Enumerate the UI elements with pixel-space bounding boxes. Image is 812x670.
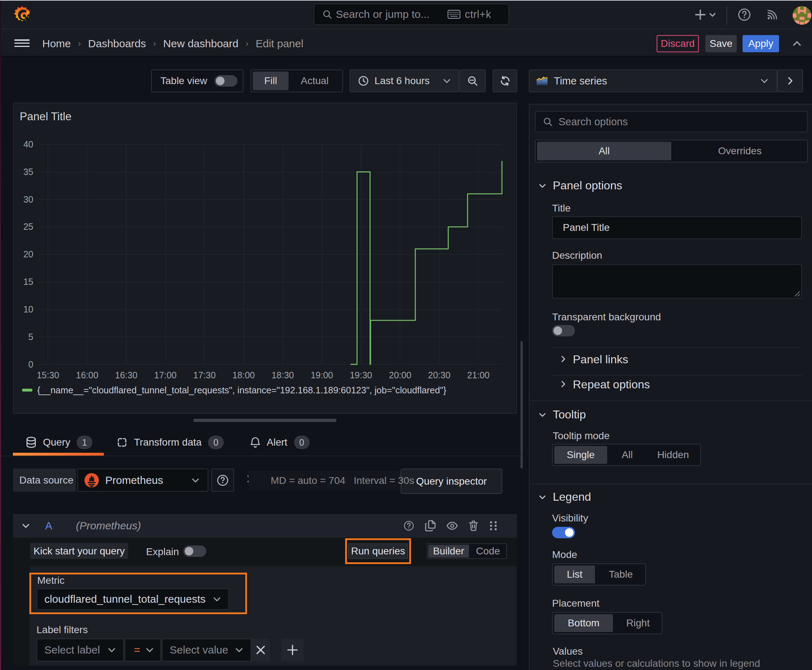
svg-text:25: 25 [23,222,33,232]
svg-text:35: 35 [23,167,33,177]
svg-text:18:00: 18:00 [232,370,255,380]
svg-text:20:00: 20:00 [389,370,411,380]
svg-text:15: 15 [23,277,33,287]
svg-text:19:30: 19:30 [350,370,372,380]
svg-text:19:00: 19:00 [311,370,333,380]
svg-text:20: 20 [23,249,33,259]
svg-text:40: 40 [23,139,33,149]
svg-text:18:30: 18:30 [271,370,294,380]
svg-text:17:30: 17:30 [193,370,216,380]
svg-text:5: 5 [28,332,33,342]
svg-text:16:00: 16:00 [76,370,98,380]
svg-text:17:00: 17:00 [154,370,177,380]
svg-text:10: 10 [23,304,33,314]
svg-text:30: 30 [23,195,33,205]
svg-text:20:30: 20:30 [428,370,451,380]
svg-text:0: 0 [28,359,33,369]
svg-text:{__name__="cloudflared_tunnel_: {__name__="cloudflared_tunnel_total_requ… [37,385,446,395]
svg-text:15:30: 15:30 [37,370,59,380]
svg-text:21:00: 21:00 [467,370,490,380]
svg-text:16:30: 16:30 [115,370,137,380]
